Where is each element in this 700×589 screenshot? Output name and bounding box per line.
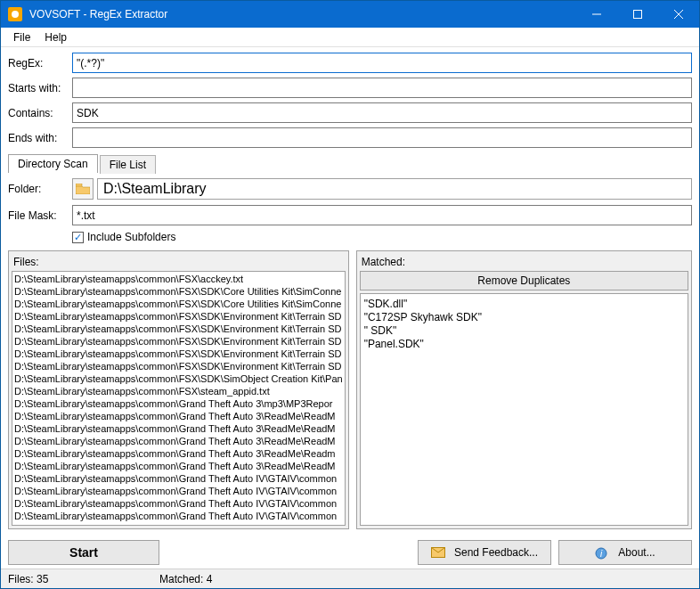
- maximize-button[interactable]: [617, 1, 658, 28]
- startswith-input[interactable]: [72, 78, 692, 98]
- send-feedback-label: Send Feedback...: [454, 546, 538, 559]
- app-icon: [8, 7, 22, 21]
- list-item[interactable]: D:\SteamLibrary\steamapps\common\Grand T…: [14, 460, 343, 472]
- contains-input[interactable]: [72, 102, 692, 123]
- files-panel: Files: D:\SteamLibrary\steamapps\common\…: [8, 250, 349, 529]
- list-item[interactable]: D:\SteamLibrary\steamapps\common\FSX\ste…: [14, 385, 343, 397]
- include-subfolders-checkbox[interactable]: ✓ Include Subfolders: [72, 231, 692, 243]
- list-item[interactable]: D:\SteamLibrary\steamapps\common\FSX\SDK…: [14, 310, 343, 323]
- browse-folder-button[interactable]: [72, 178, 94, 200]
- list-item[interactable]: D:\SteamLibrary\steamapps\common\FSX\SDK…: [14, 348, 343, 360]
- include-subfolders-label: Include Subfolders: [87, 231, 175, 243]
- list-item[interactable]: D:\SteamLibrary\steamapps\common\Grand T…: [14, 447, 343, 460]
- about-label: About...: [618, 546, 655, 559]
- list-item[interactable]: "C172SP Skyhawk SDK": [364, 311, 684, 324]
- list-item[interactable]: "Panel.SDK": [364, 338, 684, 351]
- folder-path[interactable]: D:\SteamLibrary: [97, 178, 692, 200]
- contains-label: Contains:: [8, 107, 72, 119]
- matched-listbox[interactable]: "SDK.dll""C172SP Skyhawk SDK"" SDK""Pane…: [360, 293, 688, 526]
- menu-file[interactable]: File: [6, 29, 37, 45]
- remove-duplicates-button[interactable]: Remove Duplicates: [360, 271, 688, 290]
- menubar: File Help: [1, 28, 699, 47]
- window-controls: [576, 1, 699, 28]
- bottom-button-bar: Start Send Feedback... i About...: [1, 536, 699, 569]
- list-item[interactable]: D:\SteamLibrary\steamapps\common\Grand T…: [14, 485, 343, 497]
- list-item[interactable]: D:\SteamLibrary\steamapps\common\Grand T…: [14, 435, 343, 447]
- list-item[interactable]: D:\SteamLibrary\steamapps\common\FSX\acc…: [14, 273, 343, 285]
- info-icon: i: [595, 547, 609, 558]
- minimize-button[interactable]: [576, 1, 617, 28]
- titlebar: VOVSOFT - RegEx Extractor: [1, 1, 699, 28]
- file-mask-input[interactable]: [72, 205, 692, 225]
- status-matched-count: Matched: 4: [159, 573, 239, 585]
- status-files-count: Files: 35: [8, 573, 159, 585]
- envelope-icon: [431, 547, 445, 558]
- list-item[interactable]: D:\SteamLibrary\steamapps\common\Grand T…: [14, 410, 343, 422]
- folder-icon: [76, 184, 90, 194]
- files-panel-title: Files:: [12, 254, 346, 271]
- endswith-input[interactable]: [72, 127, 692, 148]
- list-item[interactable]: D:\SteamLibrary\steamapps\common\Grand T…: [14, 497, 343, 510]
- statusbar: Files: 35 Matched: 4: [1, 569, 699, 588]
- list-item[interactable]: D:\SteamLibrary\steamapps\common\FSX\SDK…: [14, 285, 343, 298]
- list-item[interactable]: D:\SteamLibrary\steamapps\common\Grand T…: [14, 522, 343, 526]
- window-title: VOVSOFT - RegEx Extractor: [29, 8, 576, 20]
- matched-panel-title: Matched:: [360, 254, 688, 271]
- list-item[interactable]: D:\SteamLibrary\steamapps\common\FSX\SDK…: [14, 360, 343, 372]
- files-listbox[interactable]: D:\SteamLibrary\steamapps\common\FSX\acc…: [12, 271, 346, 526]
- list-item[interactable]: D:\SteamLibrary\steamapps\common\Grand T…: [14, 397, 343, 410]
- tab-directory-scan[interactable]: Directory Scan: [8, 154, 98, 173]
- close-button[interactable]: [658, 1, 699, 28]
- form-area: RegEx: Starts with: Contains: Ends with:: [1, 47, 699, 154]
- endswith-label: Ends with:: [8, 132, 72, 144]
- svg-rect-1: [634, 11, 642, 19]
- list-item[interactable]: "SDK.dll": [364, 298, 684, 311]
- about-button[interactable]: i About...: [558, 540, 692, 565]
- matched-panel: Matched: Remove Duplicates "SDK.dll""C17…: [356, 250, 692, 529]
- file-mask-label: File Mask:: [8, 209, 72, 222]
- list-item[interactable]: D:\SteamLibrary\steamapps\common\FSX\SDK…: [14, 335, 343, 348]
- folder-label: Folder:: [8, 183, 72, 195]
- lists-area: Files: D:\SteamLibrary\steamapps\common\…: [1, 243, 699, 536]
- list-item[interactable]: D:\SteamLibrary\steamapps\common\FSX\SDK…: [14, 298, 343, 310]
- regex-input[interactable]: [72, 53, 692, 73]
- menu-help[interactable]: Help: [37, 29, 74, 45]
- list-item[interactable]: D:\SteamLibrary\steamapps\common\FSX\SDK…: [14, 372, 343, 385]
- list-item[interactable]: D:\SteamLibrary\steamapps\common\Grand T…: [14, 472, 343, 485]
- regex-label: RegEx:: [8, 57, 72, 70]
- tab-file-list[interactable]: File List: [100, 155, 156, 174]
- checkbox-checked-icon: ✓: [72, 232, 84, 243]
- start-button[interactable]: Start: [8, 540, 159, 565]
- list-item[interactable]: " SDK": [364, 324, 684, 338]
- svg-rect-4: [76, 184, 82, 186]
- send-feedback-button[interactable]: Send Feedback...: [418, 540, 551, 565]
- startswith-label: Starts with:: [8, 82, 72, 94]
- tabs-area: Directory Scan File List Folder: D:\Stea…: [1, 154, 699, 243]
- list-item[interactable]: D:\SteamLibrary\steamapps\common\Grand T…: [14, 422, 343, 435]
- list-item[interactable]: D:\SteamLibrary\steamapps\common\Grand T…: [14, 510, 343, 522]
- list-item[interactable]: D:\SteamLibrary\steamapps\common\FSX\SDK…: [14, 323, 343, 335]
